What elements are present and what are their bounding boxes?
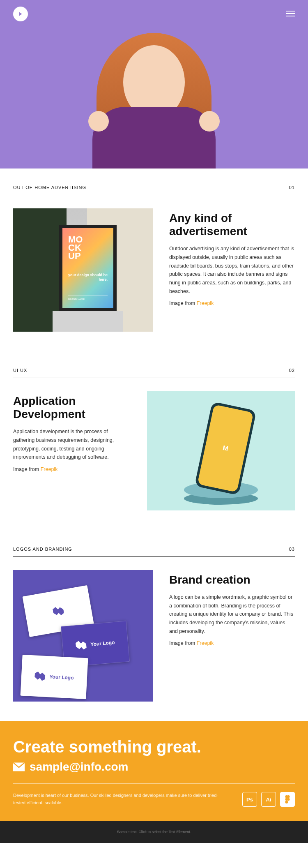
footer-text[interactable]: Sample text. Click to select the Text El… <box>117 830 191 834</box>
image-credit: Image from Freepik <box>13 466 131 472</box>
eyebrow: OUT-OF-HOME ADVERTISING <box>13 185 86 190</box>
svg-point-5 <box>285 801 288 803</box>
play-icon <box>18 12 23 16</box>
cta-email[interactable]: sample@info.com <box>13 760 295 773</box>
ps-icon[interactable]: Ps <box>242 792 257 807</box>
hero <box>0 0 308 169</box>
ai-icon[interactable]: Ai <box>261 792 276 807</box>
svg-point-4 <box>287 798 290 801</box>
section-title: Brand creation <box>169 573 295 586</box>
section-body: Application development is the process o… <box>13 427 131 462</box>
credit-link[interactable]: Freepik <box>41 466 58 472</box>
image-credit: Image from Freepik <box>169 640 295 646</box>
section-number: 03 <box>289 547 295 552</box>
section-advertising: OUT-OF-HOME ADVERTISING 01 MOCKUP your d… <box>0 169 308 351</box>
tool-icons: Ps Ai <box>242 792 295 807</box>
menu-icon[interactable] <box>286 9 295 18</box>
image-billboard: MOCKUP your design should be here. BRAND… <box>13 208 153 332</box>
section-body: Outdoor advertising is any kind of adver… <box>169 245 295 295</box>
image-cards: Your Logo Your Logo <box>13 570 153 702</box>
credit-link[interactable]: Freepik <box>197 300 214 306</box>
section-header: LOGOS AND BRANDING 03 <box>13 547 295 557</box>
eyebrow: UI UX <box>13 368 27 373</box>
mail-icon <box>13 762 25 771</box>
image-phone: M <box>147 391 295 510</box>
cta-banner: Create something great. sample@info.com … <box>0 721 308 821</box>
section-uiux: UI UX 02 Application Development Applica… <box>0 351 308 530</box>
section-number: 01 <box>289 185 295 190</box>
section-title: Application Development <box>13 395 131 421</box>
hero-image <box>80 21 228 169</box>
logo-play[interactable] <box>13 7 28 21</box>
section-title: Any kind of advertisement <box>169 212 295 238</box>
footer: Sample text. Click to select the Text El… <box>0 821 308 843</box>
figma-icon[interactable] <box>280 792 295 807</box>
section-body: A logo can be a simple wordmark, a graph… <box>169 593 295 635</box>
cta-body: Development is heart of our business. Ou… <box>13 792 226 806</box>
eyebrow: LOGOS AND BRANDING <box>13 547 72 552</box>
credit-link[interactable]: Freepik <box>197 640 214 646</box>
svg-point-2 <box>287 795 290 798</box>
section-header: OUT-OF-HOME ADVERTISING 01 <box>13 185 295 195</box>
cta-headline: Create something great. <box>13 738 295 756</box>
section-header: UI UX 02 <box>13 368 295 378</box>
section-number: 02 <box>289 368 295 373</box>
section-branding: LOGOS AND BRANDING 03 Your Logo Your Log… <box>0 530 308 721</box>
image-credit: Image from Freepik <box>169 300 295 306</box>
